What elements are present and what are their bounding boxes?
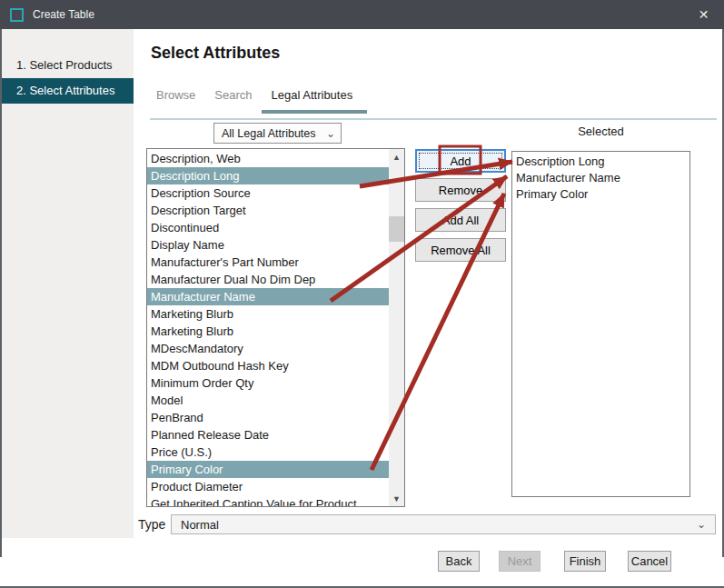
- attribute-item[interactable]: Description Target: [147, 202, 389, 219]
- close-icon: ✕: [699, 7, 709, 22]
- chevron-down-icon: ⌄: [326, 129, 335, 138]
- attribute-item[interactable]: Product Diameter: [147, 478, 389, 495]
- remove-button[interactable]: Remove: [415, 178, 506, 202]
- add-all-button[interactable]: Add All: [415, 208, 506, 232]
- selected-item[interactable]: Description Long: [512, 154, 689, 170]
- attribute-items: Description, WebDescription LongDescript…: [147, 150, 389, 507]
- attribute-item[interactable]: Manufacturer's Part Number: [147, 254, 389, 271]
- remove-all-button[interactable]: Remove All: [415, 238, 506, 262]
- scrollbar-thumb[interactable]: [389, 216, 404, 242]
- attribute-item[interactable]: Manufacturer Name: [147, 288, 389, 305]
- type-label: Type: [138, 517, 165, 532]
- page-title: Select Attributes: [151, 44, 280, 63]
- wizard-steps-sidebar: 1. Select Products2. Select Attributes: [2, 29, 134, 538]
- wizard-step[interactable]: 2. Select Attributes: [2, 78, 134, 104]
- tab[interactable]: Search: [214, 88, 252, 102]
- next-button[interactable]: Next: [499, 551, 541, 572]
- selected-list-label: Selected: [511, 125, 690, 138]
- type-dropdown[interactable]: Normal ⌄: [171, 514, 716, 534]
- attribute-item[interactable]: Get Inherited Caption Value for Product: [147, 495, 389, 507]
- attribute-item[interactable]: Marketing Blurb: [147, 305, 389, 323]
- tab-separator-line: [150, 118, 717, 120]
- wizard-step[interactable]: 1. Select Products: [2, 53, 134, 78]
- tab[interactable]: Legal Attributes: [272, 88, 353, 102]
- active-tab-underline: [262, 110, 367, 114]
- attribute-item[interactable]: Description Source: [147, 184, 389, 202]
- attribute-item[interactable]: Description Long: [147, 167, 389, 184]
- scroll-down-icon[interactable]: ▼: [389, 491, 404, 506]
- window-title: Create Table: [33, 8, 94, 21]
- selected-item[interactable]: Manufacturer Name: [512, 170, 689, 186]
- scroll-up-icon[interactable]: ▲: [389, 149, 404, 164]
- filter-dropdown-value: All Legal Attributes: [222, 127, 326, 140]
- add-button[interactable]: Add: [415, 149, 506, 173]
- attribute-listbox[interactable]: Description, WebDescription LongDescript…: [146, 148, 405, 507]
- cancel-button[interactable]: Cancel: [628, 551, 671, 572]
- attribute-item[interactable]: MDescMandatory: [147, 340, 389, 357]
- window-border-left: [0, 0, 2, 557]
- attribute-item[interactable]: Primary Color: [147, 461, 389, 478]
- scrollbar[interactable]: ▲ ▼: [389, 149, 404, 506]
- attribute-item[interactable]: MDM Outbound Hash Key: [147, 357, 389, 374]
- selected-listbox[interactable]: Description LongManufacturer NamePrimary…: [511, 151, 690, 497]
- attribute-item[interactable]: Model: [147, 392, 389, 409]
- back-button[interactable]: Back: [438, 551, 480, 572]
- finish-button[interactable]: Finish: [564, 551, 606, 572]
- attribute-item[interactable]: Minimum Order Qty: [147, 374, 389, 392]
- attribute-item[interactable]: Marketing Blurb: [147, 323, 389, 340]
- attribute-item[interactable]: Display Name: [147, 236, 389, 254]
- attribute-item[interactable]: Planned Release Date: [147, 426, 389, 443]
- type-dropdown-value: Normal: [181, 518, 697, 532]
- create-table-dialog: Create Table ✕ 1. Select Products2. Sele…: [0, 0, 724, 588]
- tab[interactable]: Browse: [156, 88, 195, 102]
- attribute-item[interactable]: Manufacturer Dual No Dim Dep: [147, 271, 389, 288]
- tab-bar: BrowseSearchLegal Attributes: [156, 88, 352, 102]
- legal-attributes-filter-dropdown[interactable]: All Legal Attributes ⌄: [213, 123, 342, 144]
- app-icon: [10, 8, 24, 22]
- chevron-down-icon: ⌄: [697, 520, 706, 529]
- attribute-item[interactable]: Price (U.S.): [147, 443, 389, 461]
- titlebar: Create Table ✕: [0, 0, 724, 29]
- selected-item[interactable]: Primary Color: [512, 186, 689, 203]
- attribute-item[interactable]: PenBrand: [147, 409, 389, 426]
- attribute-item[interactable]: Discontinued: [147, 219, 389, 236]
- attribute-item[interactable]: Description, Web: [147, 150, 389, 167]
- close-button[interactable]: ✕: [683, 0, 724, 29]
